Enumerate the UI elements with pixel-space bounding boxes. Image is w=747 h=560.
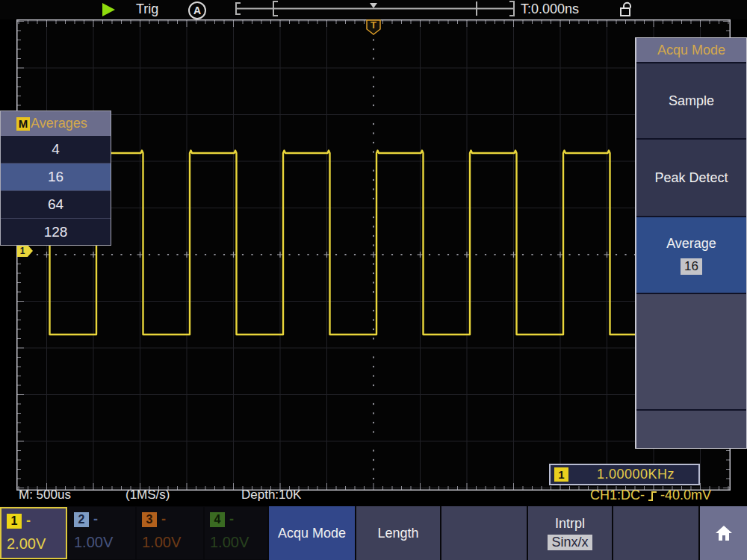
sample-rate-readout: (1MS/s): [125, 488, 170, 503]
average-value: 16: [681, 258, 702, 275]
softkey-blank-2: [613, 506, 698, 560]
channel-box-2[interactable]: 2 - 1.00V: [69, 507, 135, 559]
panel-button-average[interactable]: Average 16: [636, 217, 746, 293]
trigger-position-indicator: [232, 0, 523, 18]
home-button[interactable]: [700, 506, 747, 560]
popup-title: Averages: [31, 116, 87, 131]
trigger-info-prefix: CH1:DC-: [590, 488, 645, 503]
bottom-bar: 1 - 2.00V 2 - 1.00V 3 - 1.00V 4 - 1.00V …: [0, 506, 747, 560]
softkey-intrpl[interactable]: Intrpl Sinx/x: [528, 506, 612, 560]
acqu-mode-panel: Acqu Mode Sample Peak Detect Average 16: [635, 37, 747, 449]
panel-button-peak-detect[interactable]: Peak Detect: [636, 140, 746, 216]
intrpl-value: Sinx/x: [548, 535, 592, 550]
ch4-badge: 4: [210, 512, 225, 527]
top-status-bar: Trig A T:0.000ns: [0, 0, 747, 19]
peak-detect-label: Peak Detect: [654, 170, 728, 186]
length-label: Length: [377, 526, 418, 541]
ch3-coupling: -: [161, 511, 166, 527]
softkey-blank-1: [441, 506, 527, 560]
ch2-scale: 1.00V: [69, 527, 135, 551]
popup-item-16[interactable]: 16: [1, 163, 111, 190]
trigger-info-readout: CH1:DC- -40.0mV: [590, 488, 711, 503]
channel-box-4[interactable]: 4 - 1.00V: [205, 507, 267, 559]
rising-edge-icon: [647, 489, 658, 503]
window-center-marker: [370, 3, 377, 8]
channel-box-1[interactable]: 1 - 2.00V: [0, 507, 67, 559]
freq-channel-badge: 1: [554, 467, 568, 482]
softkey-acqu-mode[interactable]: Acqu Mode: [269, 506, 355, 560]
sample-label: Sample: [669, 93, 714, 109]
popup-item-64[interactable]: 64: [1, 190, 111, 218]
popup-item-4[interactable]: 4: [1, 136, 111, 163]
intrpl-label: Intrpl: [555, 516, 585, 532]
ch2-coupling: -: [93, 511, 98, 527]
ch2-badge: 2: [74, 512, 89, 527]
freq-value: 1.00000KHz: [597, 467, 675, 482]
ch4-scale: 1.00V: [205, 527, 267, 551]
run-play-icon: [102, 3, 115, 16]
trig-label: Trig: [136, 1, 158, 17]
ch3-badge: 3: [142, 512, 157, 527]
averages-popup: M Averages 4 16 64 128: [0, 111, 111, 246]
panel-blank-2: [636, 411, 746, 449]
softkey-length[interactable]: Length: [356, 506, 440, 560]
trigger-info-suffix: -40.0mV: [660, 488, 711, 503]
trigger-time-readout: T:0.000ns: [521, 1, 579, 17]
depth-readout: Depth:10K: [241, 488, 301, 503]
frequency-meter: 1 1.00000KHz: [549, 464, 700, 485]
acqu-mode-label: Acqu Mode: [278, 526, 346, 541]
average-label: Average: [666, 236, 716, 252]
ch4-coupling: -: [229, 511, 234, 527]
ch1-badge: 1: [7, 514, 22, 529]
panel-title: Acqu Mode: [636, 38, 746, 62]
home-icon: [713, 523, 734, 543]
unlock-icon: [617, 1, 635, 19]
auto-trigger-icon: A: [188, 1, 206, 19]
panel-button-sample[interactable]: Sample: [636, 63, 746, 138]
channel-box-3[interactable]: 3 - 1.00V: [137, 507, 203, 559]
ch1-scale: 2.00V: [1, 529, 66, 553]
popup-item-128[interactable]: 128: [1, 218, 111, 246]
m-knob-icon: M: [16, 117, 30, 131]
ch3-scale: 1.00V: [137, 527, 203, 551]
popup-header: M Averages: [1, 111, 111, 136]
timebase-readout: M: 500us: [19, 488, 71, 503]
scope-graticule: T1: [16, 19, 731, 491]
svg-text:1: 1: [20, 246, 25, 256]
svg-text:T: T: [371, 19, 376, 31]
panel-blank-1: [636, 294, 746, 409]
ch1-coupling: -: [26, 513, 31, 529]
